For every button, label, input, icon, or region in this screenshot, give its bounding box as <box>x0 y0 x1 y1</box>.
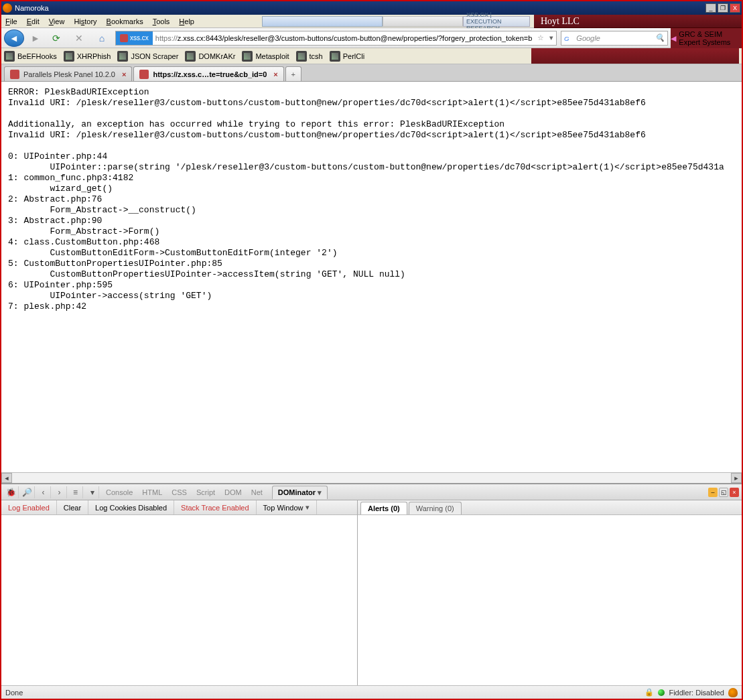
maximize-button[interactable]: ❐ <box>718 3 728 13</box>
search-box[interactable]: G Google 🔍 <box>561 31 668 46</box>
new-tab-button[interactable]: + <box>285 66 301 81</box>
nav-prev-icon[interactable]: ‹ <box>36 486 51 498</box>
url-bar[interactable]: xss.cx https://z.xss.cx:8443/plesk/resel… <box>115 31 557 46</box>
tab-label: Parallels Plesk Panel 10.2.0 <box>23 70 115 78</box>
bookmark-tcsh[interactable]: tcsh <box>296 51 323 62</box>
bookmark-json-scraper[interactable]: JSON Scraper <box>117 51 178 62</box>
menu-file[interactable]: File <box>5 17 17 25</box>
scroll-right-icon[interactable]: ► <box>731 473 742 483</box>
url-dropdown-icon[interactable]: ▾ <box>547 33 556 42</box>
fiddler-status[interactable]: Fiddler: Disabled <box>669 689 724 697</box>
bookmark-xhrphish[interactable]: XHRPhish <box>64 51 111 62</box>
site-identity[interactable]: xss.cx <box>116 31 153 45</box>
page-body: ERROR: PleskBadURIException Invalid URI:… <box>1 82 742 472</box>
opt-top-window[interactable]: Top Window <box>257 500 317 514</box>
favicon-icon <box>10 70 19 79</box>
devtab-script[interactable]: Script <box>196 488 215 496</box>
reload-button[interactable]: ⟳ <box>47 30 66 46</box>
menu-help[interactable]: Help <box>179 17 194 25</box>
tab-label: https://z.xss.c…te=true&cb_id=0 <box>153 70 267 78</box>
devtab-dominator[interactable]: DOMinator <box>272 486 328 499</box>
lines-icon[interactable]: ≡ <box>68 486 83 498</box>
svg-text:G: G <box>564 34 569 42</box>
window-title: Namoroka <box>15 4 705 12</box>
url-text[interactable]: https://z.xss.cx:8443/plesk/reseller@3/c… <box>153 34 535 42</box>
bookmark-icon <box>330 51 340 62</box>
forward-button[interactable]: ► <box>28 31 43 46</box>
devtab-net[interactable]: Net <box>251 488 263 496</box>
tab-current[interactable]: https://z.xss.c…te=true&cb_id=0 × <box>133 66 283 81</box>
bookmark-star-icon[interactable]: ☆ <box>535 33 547 42</box>
menu-bookmarks[interactable]: Bookmarks <box>107 17 143 25</box>
tab-xss-research[interactable]: XSS.CX | EXECUTION RESEARCH <box>463 16 530 27</box>
home-button[interactable]: ⌂ <box>92 30 111 46</box>
horizontal-scrollbar[interactable]: ◄ ► <box>1 472 742 483</box>
site-identity-label: xss.cx <box>130 34 149 42</box>
opt-cookies[interactable]: Log Cookies Disabled <box>88 500 174 514</box>
stop-button[interactable]: ✕ <box>70 30 88 46</box>
bookmark-icon <box>296 51 307 62</box>
bookmark-icon <box>185 51 196 62</box>
menu-tools[interactable]: Tools <box>153 17 170 25</box>
favicon-icon <box>139 70 149 79</box>
bookmark-icon <box>242 51 253 62</box>
dev-left-panel <box>1 515 358 685</box>
opt-log-enabled[interactable]: Log Enabled <box>1 500 57 514</box>
scroll-left-icon[interactable]: ◄ <box>1 473 12 483</box>
dev-right-panel <box>358 515 742 685</box>
bookmark-metasploit[interactable]: Metasploit <box>242 51 289 62</box>
menu-view[interactable]: View <box>49 17 65 25</box>
bookmark-perlcli[interactable]: PerlCli <box>330 51 364 62</box>
bookmark-icon <box>64 51 74 62</box>
status-dot-icon <box>658 689 665 696</box>
inspect-icon[interactable]: 🔎 <box>20 486 35 498</box>
scroll-track[interactable] <box>12 473 731 483</box>
status-text: Done <box>5 689 23 697</box>
firebug-status-icon[interactable] <box>728 688 738 697</box>
devtab-css[interactable]: CSS <box>172 488 187 496</box>
close-button[interactable]: X <box>730 3 740 13</box>
search-go-icon[interactable]: 🔍 <box>655 33 665 42</box>
dev-minimize-icon[interactable]: – <box>708 488 718 497</box>
app-icon <box>3 3 12 13</box>
bookmark-icon <box>117 51 128 62</box>
favicon-icon <box>120 34 128 42</box>
bookmark-icon <box>4 51 15 62</box>
back-button[interactable]: ◄ <box>4 29 24 47</box>
devtab-html[interactable]: HTML <box>142 488 162 496</box>
brand-hoyt: Hoyt LLC <box>534 15 742 28</box>
opt-stack-trace[interactable]: Stack Trace Enabled <box>174 500 257 514</box>
nav-next-icon[interactable]: › <box>52 486 67 498</box>
panel-menu-icon[interactable] <box>84 486 99 498</box>
search-placeholder: Google <box>576 34 600 42</box>
tab-close-icon[interactable]: × <box>273 70 277 78</box>
dev-close-icon[interactable]: × <box>730 488 739 497</box>
grc-label: GRC & SEIM Expert Systems <box>679 30 742 46</box>
tab-close-icon[interactable]: × <box>122 70 126 78</box>
caret-left-icon: ◀ <box>671 34 676 43</box>
dev-popout-icon[interactable]: ◱ <box>719 488 728 497</box>
menu-history[interactable]: History <box>74 17 96 25</box>
opt-clear[interactable]: Clear <box>57 500 88 514</box>
tab-plesk-panel[interactable]: Parallels Plesk Panel 10.2.0 × <box>4 66 132 81</box>
menu-edit[interactable]: Edit <box>27 17 40 25</box>
devtab-console[interactable]: Console <box>106 488 133 496</box>
righttab-warning[interactable]: Warning (0) <box>409 502 462 514</box>
bookmark-domkrakr[interactable]: DOMKrAKr <box>185 51 235 62</box>
devtab-dom[interactable]: DOM <box>224 488 242 496</box>
firebug-icon[interactable]: 🐞 <box>4 486 19 498</box>
bookmark-beefhooks[interactable]: BeEFHooks <box>4 51 57 62</box>
righttab-alerts[interactable]: Alerts (0) <box>360 502 407 514</box>
google-icon: G <box>564 33 573 43</box>
minimize-button[interactable]: _ <box>705 3 716 13</box>
lock-icon <box>645 688 654 697</box>
